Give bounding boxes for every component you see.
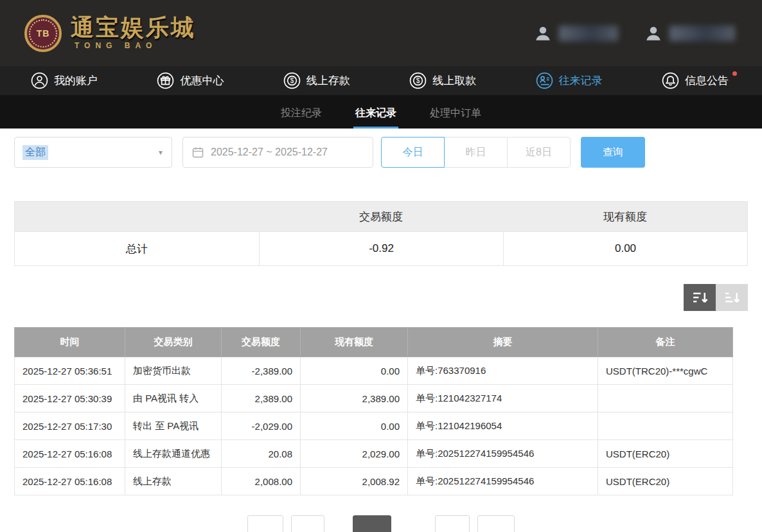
record-tabs: 投注纪录 往来记录 处理中订单: [0, 95, 762, 129]
tab-pending-orders[interactable]: 处理中订单: [428, 107, 483, 129]
today-button[interactable]: 今日: [381, 137, 445, 168]
main-navigation: 我的账户 优惠中心 $ 线上存款 $ 线上取款 往来记录 信息公告: [0, 66, 762, 95]
nav-label: 我的账户: [54, 73, 98, 88]
cell-time: 2025-12-27 05:30:39: [15, 385, 125, 412]
summary-table: 交易额度 现有额度 总计 -0.92 0.00: [14, 201, 748, 266]
svg-text:$: $: [290, 77, 294, 84]
table-row: 2025-12-27 05:17:30 转出 至 PA视讯 -2,029.00 …: [15, 412, 733, 440]
tab-bet-records[interactable]: 投注纪录: [279, 107, 324, 129]
pagination-button[interactable]: [247, 515, 283, 532]
sort-ascending-button[interactable]: [716, 284, 748, 311]
redacted-username: [559, 26, 618, 41]
summary-trade-total: -0.92: [259, 231, 503, 265]
user-avatar-icon: [533, 24, 553, 43]
nav-label: 优惠中心: [180, 73, 224, 88]
chevron-down-icon: ▼: [157, 149, 164, 156]
nav-label: 线上取款: [432, 73, 476, 88]
table-row: 2025-12-27 05:36:51 加密货币出款 -2,389.00 0.0…: [15, 357, 733, 385]
cell-balance: 2,008.92: [301, 468, 408, 495]
nav-label: 往来记录: [559, 73, 603, 88]
cell-type: 加密货币出款: [125, 357, 222, 385]
nav-item-online-withdrawal[interactable]: $ 线上取款: [409, 72, 476, 89]
svg-text:$: $: [416, 77, 420, 84]
nav-item-my-account[interactable]: 我的账户: [31, 72, 98, 89]
date-range-input[interactable]: 2025-12-27 ~ 2025-12-27: [182, 137, 373, 168]
wallet-avatar-icon: [644, 24, 663, 43]
pagination-button[interactable]: [435, 515, 470, 532]
nav-label: 信息公告: [685, 73, 729, 88]
last-8-days-button[interactable]: 近8日: [507, 137, 571, 168]
sort-controls: [14, 284, 748, 311]
cell-type: 线上存款通道优惠: [125, 440, 222, 468]
nav-item-transaction-records[interactable]: 往来记录: [536, 72, 603, 89]
date-range-value: 2025-12-27 ~ 2025-12-27: [211, 146, 328, 158]
table-row: 2025-12-27 05:30:39 由 PA视讯 转入 2,389.00 2…: [15, 385, 733, 412]
summary-balance-total: 0.00: [503, 231, 747, 265]
pagination-page-select[interactable]: [353, 515, 391, 532]
user-info-chip[interactable]: [533, 24, 618, 43]
cell-type: 由 PA视讯 转入: [125, 385, 222, 412]
col-header-amount: 交易额度: [222, 328, 301, 357]
cell-time: 2025-12-27 05:16:08: [15, 440, 125, 468]
cell-summary: 单号:121042327174: [408, 385, 598, 412]
selected-type: 全部: [22, 145, 48, 160]
nav-label: 线上存款: [306, 73, 350, 88]
nav-item-promotions[interactable]: 优惠中心: [157, 72, 224, 89]
summary-header-row: 交易额度 现有额度: [15, 202, 747, 231]
col-header-type: 交易类别: [125, 328, 222, 357]
summary-total-label: 总计: [15, 231, 259, 265]
cell-amount: -2,029.00: [222, 412, 301, 440]
casino-chip-icon: TB: [24, 15, 62, 52]
summary-header-empty: [15, 202, 259, 231]
col-header-summary: 摘要: [408, 328, 598, 357]
cell-time: 2025-12-27 05:17:30: [15, 412, 125, 440]
balance-info-chip[interactable]: [644, 24, 735, 43]
cell-balance: 0.00: [301, 412, 408, 440]
cell-summary: 单号:202512274159954546: [408, 468, 598, 495]
filter-bar: 全部 ▼ 2025-12-27 ~ 2025-12-27 今日 昨日 近8日 查…: [0, 129, 762, 168]
redacted-balance: [669, 26, 735, 41]
table-row: 2025-12-27 05:16:08 线上存款 2,008.00 2,008.…: [15, 468, 733, 495]
cell-amount: 20.08: [222, 440, 301, 468]
cell-amount: -2,389.00: [222, 357, 301, 385]
table-row: 2025-12-27 05:16:08 线上存款通道优惠 20.08 2,029…: [15, 440, 733, 468]
cell-time: 2025-12-27 05:36:51: [15, 357, 125, 385]
summary-header-trade: 交易额度: [259, 202, 503, 231]
withdraw-coin-icon: $: [409, 72, 427, 89]
cell-note: [598, 412, 733, 440]
transaction-type-select[interactable]: 全部 ▼: [14, 137, 172, 168]
cell-note: USDT(ERC20): [598, 440, 733, 468]
cell-note: [598, 385, 733, 412]
col-header-time: 时间: [15, 328, 125, 357]
quick-date-buttons: 今日 昨日 近8日: [381, 137, 571, 168]
sort-descending-button[interactable]: [684, 284, 716, 311]
cell-time: 2025-12-27 05:16:08: [15, 468, 125, 495]
pagination-button[interactable]: [477, 515, 515, 532]
user-circle-icon: [31, 72, 48, 89]
cell-summary: 单号:121042196054: [408, 412, 598, 440]
cell-balance: 2,029.00: [301, 440, 408, 468]
brand-text: 通宝娱乐城 TONG BAO: [71, 16, 196, 50]
chip-badge: TB: [37, 28, 50, 39]
calendar-icon: [191, 146, 204, 159]
summary-total-row: 总计 -0.92 0.00: [15, 231, 747, 265]
brand-logo[interactable]: TB 通宝娱乐城 TONG BAO: [24, 15, 196, 52]
records-icon: [536, 72, 553, 89]
cell-amount: 2,008.00: [222, 468, 301, 495]
cell-type: 转出 至 PA视讯: [125, 412, 222, 440]
top-bar: TB 通宝娱乐城 TONG BAO: [0, 0, 762, 66]
nav-item-announcements[interactable]: 信息公告: [662, 72, 729, 89]
yesterday-button[interactable]: 昨日: [444, 137, 508, 168]
tab-transaction-records[interactable]: 往来记录: [353, 107, 398, 129]
table-header-row: 时间 交易类别 交易额度 现有额度 摘要 备注: [15, 328, 733, 357]
search-button[interactable]: 查询: [581, 137, 645, 168]
brand-title: 通宝娱乐城: [71, 16, 196, 39]
user-area: [533, 24, 735, 43]
summary-header-balance: 现有额度: [503, 202, 747, 231]
cell-type: 线上存款: [125, 468, 222, 495]
cell-note: USDT(ERC20): [598, 468, 733, 495]
pagination-button[interactable]: [291, 515, 324, 532]
notification-dot: [732, 71, 737, 76]
gift-icon: [157, 72, 174, 89]
nav-item-online-deposit[interactable]: $ 线上存款: [283, 72, 350, 89]
